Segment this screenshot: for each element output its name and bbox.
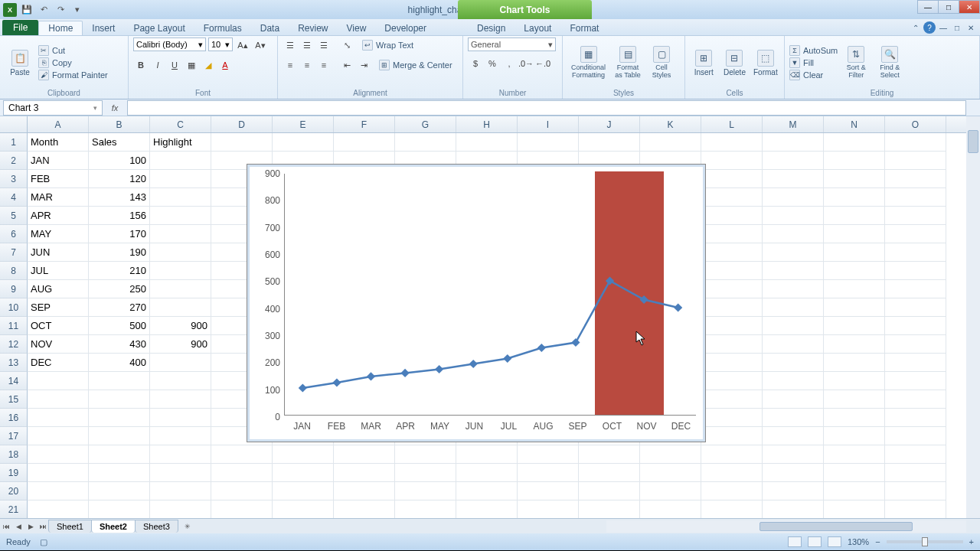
tab-layout[interactable]: Layout <box>514 21 560 35</box>
data-marker[interactable] <box>332 378 341 386</box>
qat-dropdown-icon[interactable]: ▾ <box>70 3 84 17</box>
cell[interactable] <box>763 500 824 518</box>
cell[interactable] <box>763 298 824 317</box>
cell[interactable] <box>763 133 824 152</box>
sheet-tab-sheet2[interactable]: Sheet2 <box>91 520 136 533</box>
cell[interactable] <box>28 409 89 427</box>
cell[interactable] <box>150 427 211 445</box>
cell[interactable] <box>518 445 579 464</box>
cell[interactable] <box>824 427 885 445</box>
cell[interactable] <box>824 445 885 464</box>
cell[interactable] <box>211 482 273 500</box>
new-sheet-button[interactable]: ✳ <box>181 520 194 533</box>
cell[interactable] <box>701 482 763 500</box>
decrease-font-icon[interactable]: A▾ <box>253 37 268 53</box>
wrap-text-button[interactable]: ↩Wrap Text <box>362 40 413 51</box>
cell[interactable] <box>763 225 824 243</box>
cell[interactable] <box>89 409 150 427</box>
zoom-in-button[interactable]: + <box>969 537 974 546</box>
cell[interactable] <box>763 372 824 390</box>
column-header[interactable]: F <box>334 116 395 132</box>
cell[interactable] <box>885 464 946 482</box>
font-family-select[interactable]: Calibri (Body)▾ <box>133 37 206 51</box>
cell[interactable] <box>701 390 763 409</box>
tab-developer[interactable]: Developer <box>375 21 436 35</box>
cell[interactable] <box>89 445 150 464</box>
zoom-out-button[interactable]: − <box>875 537 880 546</box>
cell[interactable] <box>640 500 701 518</box>
redo-icon[interactable]: ↷ <box>54 3 67 17</box>
tab-data[interactable]: Data <box>251 21 289 35</box>
insert-cells-button[interactable]: ⊞Insert <box>690 48 717 78</box>
row-header[interactable]: 9 <box>0 280 28 298</box>
align-center-icon[interactable]: ≡ <box>299 57 315 73</box>
cell[interactable] <box>150 354 211 372</box>
autosum-button[interactable]: ΣAutoSum <box>789 45 838 56</box>
cell[interactable] <box>28 445 89 464</box>
increase-font-icon[interactable]: A▴ <box>235 37 250 53</box>
data-marker[interactable] <box>299 383 307 392</box>
cell[interactable]: 430 <box>89 335 150 354</box>
cell[interactable] <box>701 225 763 243</box>
cell[interactable] <box>273 464 334 482</box>
cell[interactable] <box>701 354 763 372</box>
cell[interactable]: MAR <box>28 188 89 207</box>
cell[interactable] <box>28 390 89 409</box>
cell[interactable] <box>701 170 763 188</box>
orientation-icon[interactable]: ⤡ <box>339 37 354 53</box>
decrease-decimal-icon[interactable]: ←.0 <box>535 56 550 71</box>
align-right-icon[interactable]: ≡ <box>316 57 332 73</box>
cell[interactable]: 500 <box>89 317 150 335</box>
cut-button[interactable]: ✂Cut <box>38 45 108 56</box>
cell[interactable] <box>28 372 89 390</box>
cell[interactable] <box>334 482 395 500</box>
cell[interactable] <box>150 482 211 500</box>
data-marker[interactable] <box>571 338 580 347</box>
cell[interactable] <box>211 445 273 464</box>
cell[interactable] <box>885 188 946 207</box>
cell[interactable]: FEB <box>28 170 89 188</box>
cell[interactable] <box>334 445 395 464</box>
cell[interactable] <box>395 464 456 482</box>
cell[interactable] <box>824 133 885 152</box>
cell[interactable] <box>701 317 763 335</box>
row-header[interactable]: 15 <box>0 390 28 409</box>
cell[interactable] <box>395 133 456 152</box>
cell[interactable] <box>885 170 946 188</box>
cell[interactable] <box>885 207 946 225</box>
cell[interactable] <box>701 133 763 152</box>
cell[interactable] <box>579 482 640 500</box>
tab-home[interactable]: Home <box>38 21 83 35</box>
cell[interactable] <box>579 500 640 518</box>
cell[interactable] <box>28 427 89 445</box>
data-marker[interactable] <box>606 276 614 285</box>
cell[interactable] <box>89 500 150 518</box>
cell[interactable]: NOV <box>28 335 89 354</box>
row-header[interactable]: 3 <box>0 170 28 188</box>
number-format-select[interactable]: General▾ <box>468 37 556 51</box>
data-marker[interactable] <box>400 369 409 377</box>
sheet-tab-sheet1[interactable]: Sheet1 <box>48 520 92 533</box>
tab-file[interactable]: File <box>2 20 38 35</box>
column-header[interactable]: E <box>273 116 334 132</box>
cell[interactable] <box>640 445 701 464</box>
name-box[interactable]: Chart 3▾ <box>3 100 103 116</box>
cell[interactable] <box>885 390 946 409</box>
cell[interactable] <box>395 500 456 518</box>
cell[interactable] <box>701 335 763 354</box>
row-header[interactable]: 5 <box>0 207 28 225</box>
cell[interactable] <box>579 445 640 464</box>
border-button[interactable]: ▦ <box>184 57 199 73</box>
column-header[interactable]: D <box>211 116 273 132</box>
cell[interactable] <box>824 207 885 225</box>
cell[interactable] <box>885 445 946 464</box>
align-bottom-icon[interactable]: ☰ <box>316 37 332 53</box>
formula-input[interactable] <box>127 100 966 116</box>
column-header[interactable]: H <box>456 116 518 132</box>
cell[interactable] <box>824 464 885 482</box>
merge-center-button[interactable]: ⊞Merge & Center <box>379 60 452 70</box>
font-color-button[interactable]: A <box>217 57 233 73</box>
cell[interactable] <box>885 133 946 152</box>
cell[interactable] <box>763 427 824 445</box>
cell[interactable] <box>885 152 946 170</box>
